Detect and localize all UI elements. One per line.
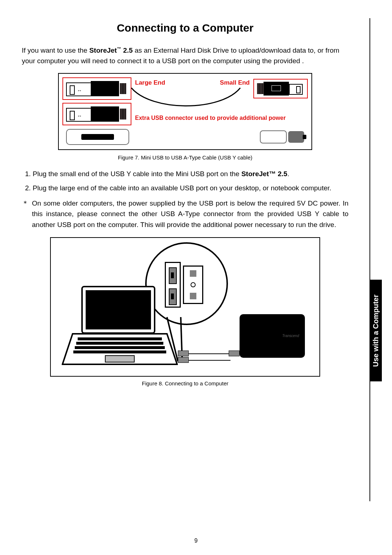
cable-connector-icon — [229, 351, 240, 356]
large-end-usb-a-connector: ↔ — [62, 77, 131, 100]
usb-a-side-view-icon — [66, 129, 129, 145]
external-drive-icon: Transcend — [240, 314, 305, 358]
page-title: Connecting to a Computer — [22, 22, 348, 34]
step-1-text: Plug the small end of the USB Y cable in… — [33, 170, 241, 178]
figure-7-cable-diagram: ↔ Large End Small End — [58, 73, 312, 150]
usb-plug-front-icon — [183, 266, 203, 304]
product-version: 2.5 — [121, 46, 133, 54]
step-1-end: . — [287, 170, 289, 178]
svg-rect-1 — [86, 290, 151, 329]
note-item: ＊ On some older computers, the power sup… — [22, 198, 348, 230]
cable-connector-icon — [178, 357, 189, 363]
figure-7-caption: Figure 7. Mini USB to USB A-Type Cable (… — [22, 154, 348, 161]
svg-rect-7 — [105, 356, 134, 362]
cable-connector-icon — [178, 351, 189, 356]
svg-rect-5 — [75, 346, 165, 349]
product-name: StoreJet — [89, 46, 117, 54]
section-tab: Use with a Computer — [369, 280, 382, 381]
small-end-mini-usb-connector — [253, 79, 308, 98]
mini-usb-plug-side-icon — [288, 131, 304, 143]
svg-rect-6 — [73, 351, 166, 353]
section-tab-label: Use with a Computer — [372, 295, 380, 367]
svg-rect-3 — [78, 337, 162, 340]
figure-8-connection-diagram: Transcend — [50, 237, 320, 377]
page-number: 9 — [0, 538, 392, 544]
small-end-label: Small End — [220, 79, 250, 86]
intro-paragraph: If you want to use the StoreJet™ 2.5 as … — [22, 45, 348, 66]
step-2: Plug the large end of the cable into an … — [33, 183, 348, 193]
usb-icon: ↔ — [77, 88, 82, 93]
trademark-icon: ™ — [269, 170, 276, 178]
drive-brand-label: Transcend — [282, 334, 299, 338]
page-content: Connecting to a Computer If you want to … — [22, 22, 348, 386]
cable-line-icon — [189, 360, 230, 361]
laptop-icon — [62, 284, 178, 369]
extra-usb-a-connector: ↔ — [62, 103, 131, 125]
note-text: On some older computers, the power suppl… — [32, 198, 348, 230]
mini-usb-housing-side-icon — [260, 130, 287, 143]
svg-rect-4 — [76, 342, 163, 345]
product-version: 2.5 — [276, 170, 287, 178]
asterisk-icon: ＊ — [22, 198, 32, 230]
cable-arc-icon — [130, 86, 242, 108]
step-1: Plug the small end of the USB Y cable in… — [33, 169, 348, 179]
content-right-border — [369, 18, 370, 501]
large-end-label: Large End — [135, 79, 165, 86]
product-name: StoreJet — [241, 170, 269, 178]
usb-icon: ↔ — [77, 113, 82, 119]
figure-8-caption: Figure 8. Connecting to a Computer — [22, 380, 348, 386]
instruction-list: Plug the small end of the USB Y cable in… — [22, 169, 348, 194]
trademark-icon: ™ — [117, 46, 121, 51]
intro-text-prefix: If you want to use the — [22, 46, 89, 54]
